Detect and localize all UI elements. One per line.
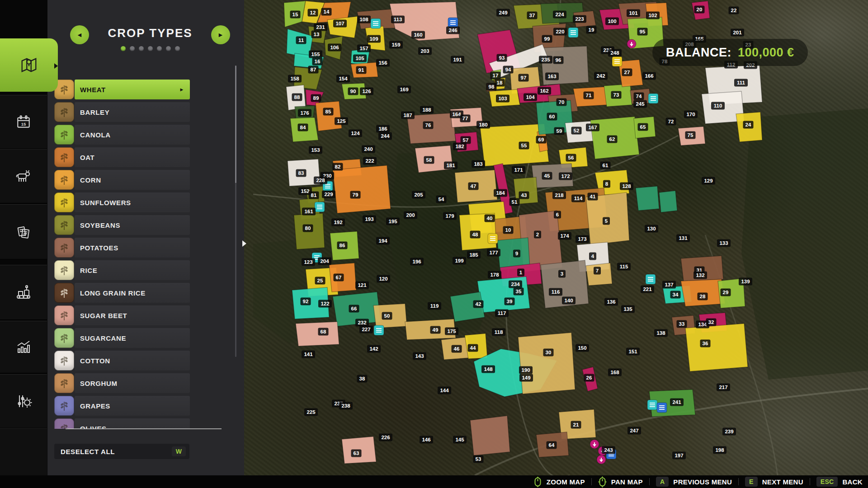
map-poi-blue-icon[interactable]	[448, 18, 458, 28]
svg-text:129: 129	[704, 178, 712, 183]
svg-text:169: 169	[400, 87, 408, 92]
field-label-249: 249	[496, 9, 510, 17]
map-poi-teal-icon[interactable]	[646, 274, 656, 284]
crop-glyph-icon	[57, 263, 71, 277]
key-hint-w: W	[172, 446, 186, 456]
svg-text:92: 92	[303, 299, 309, 304]
nav-item-settings[interactable]	[0, 374, 47, 428]
map-poi-yellow-icon[interactable]	[612, 56, 622, 66]
field-label-149: 149	[519, 374, 533, 382]
map-poi-teal-icon[interactable]	[647, 400, 657, 410]
prev-page-button[interactable]: ◄	[70, 25, 89, 44]
map-poi-teal-icon[interactable]	[315, 202, 325, 212]
hint-zoom-map[interactable]: ZOOM MAP	[533, 476, 585, 488]
svg-text:64: 64	[549, 442, 555, 448]
nav-item-statistics[interactable]	[0, 321, 47, 373]
svg-text:131: 131	[679, 235, 688, 241]
nav-item-extra[interactable]	[0, 428, 47, 476]
nav-item-animals[interactable]	[0, 149, 47, 203]
field-label-28: 28	[698, 293, 708, 300]
svg-text:102: 102	[648, 13, 657, 18]
field-polygon-36[interactable]	[685, 324, 748, 371]
field-label-71: 71	[584, 92, 594, 99]
map-poi-teal-icon[interactable]	[568, 28, 578, 38]
nav-item-production[interactable]	[0, 265, 47, 320]
field-polygon-79[interactable]	[333, 165, 391, 213]
svg-text:22: 22	[731, 8, 737, 13]
crop-item-corn[interactable]: CORN	[54, 170, 190, 190]
deselect-all-button[interactable]: DESELECT ALL W	[54, 444, 189, 459]
panel-expand-arrow[interactable]	[242, 240, 246, 247]
crop-item-canola[interactable]: CANOLA	[54, 125, 190, 145]
nav-item-map-active[interactable]	[0, 38, 58, 92]
field-polygon-54[interactable]	[659, 191, 677, 212]
page-dot-5[interactable]	[157, 46, 162, 51]
field-label-54: 54	[436, 196, 447, 203]
crop-item-olives[interactable]: OLIVES	[54, 418, 190, 429]
map-poi-pin-icon[interactable]	[590, 440, 599, 449]
hint-label: ZOOM MAP	[547, 478, 585, 486]
map-poi-pin-icon[interactable]	[627, 39, 636, 48]
svg-text:77: 77	[462, 116, 468, 121]
nav-item-contracts[interactable]	[0, 204, 47, 259]
next-page-button[interactable]: ►	[211, 25, 230, 44]
page-dot-6[interactable]	[166, 46, 171, 51]
map-poi-yellow-icon[interactable]	[488, 234, 498, 244]
page-dot-7[interactable]	[175, 46, 180, 51]
crop-item-sorghum[interactable]: SORGHUM	[54, 373, 190, 393]
svg-text:3: 3	[561, 271, 563, 277]
hint-pan-map[interactable]: PAN MAP	[598, 476, 643, 488]
crop-item-cotton[interactable]: COTTON	[54, 351, 190, 371]
nav-item-calendar[interactable]: 15	[0, 95, 47, 149]
crop-list-scrollbar[interactable]	[235, 66, 236, 357]
hint-back[interactable]: ESCBACK	[816, 477, 863, 487]
svg-text:81: 81	[311, 192, 317, 198]
crop-item-barley[interactable]: BARLEY	[54, 102, 190, 122]
field-polygon-53[interactable]	[470, 416, 510, 455]
field-label-45: 45	[542, 172, 552, 180]
svg-text:193: 193	[365, 216, 373, 222]
field-polygon-205[interactable]	[636, 186, 659, 211]
svg-text:143: 143	[415, 353, 424, 359]
crop-glyph-icon	[57, 309, 71, 322]
field-polygon-68[interactable]	[296, 322, 339, 346]
page-dot-3[interactable]	[139, 46, 144, 51]
crop-item-sugar-beet[interactable]: SUGAR BEET	[54, 305, 190, 325]
page-dot-1[interactable]	[121, 46, 126, 51]
crop-item-sugarcane[interactable]: SUGARCANE	[54, 328, 190, 348]
field-label-69: 69	[536, 136, 547, 144]
crop-item-oat[interactable]: OAT	[54, 147, 190, 167]
field-polygon-30[interactable]	[518, 333, 575, 394]
map-poi-teal-icon[interactable]	[374, 325, 384, 335]
field-label-246: 246	[446, 27, 460, 34]
map-poi-pin-icon[interactable]	[597, 455, 606, 464]
crop-item-wheat[interactable]: WHEAT►	[54, 80, 190, 99]
field-label-79: 79	[350, 191, 361, 199]
crop-item-sunflowers[interactable]: SUNFLOWERS	[54, 192, 190, 212]
map-poi-blue-icon[interactable]	[657, 403, 667, 413]
scrollbar-thumb[interactable]	[235, 66, 236, 183]
crop-item-long-grain-rice[interactable]: LONG GRAIN RICE	[54, 283, 190, 303]
field-label-38: 38	[357, 375, 368, 383]
map-poi-teal-icon[interactable]	[371, 19, 381, 28]
field-label-27: 27	[622, 69, 632, 76]
field-label-50: 50	[382, 312, 392, 320]
crop-label: SUGARCANE	[75, 328, 190, 348]
page-dot-4[interactable]	[148, 46, 153, 51]
field-label-81: 81	[309, 192, 319, 199]
hint-next-menu[interactable]: ENEXT MENU	[745, 477, 803, 487]
crop-item-soybeans[interactable]: SOYBEANS	[54, 215, 190, 235]
svg-text:42: 42	[476, 301, 481, 307]
field-polygon-85[interactable]	[316, 101, 342, 131]
svg-text:246: 246	[448, 28, 457, 33]
hint-previous-menu[interactable]: APREVIOUS MENU	[656, 477, 732, 487]
svg-text:182: 182	[455, 144, 464, 149]
svg-text:247: 247	[630, 428, 638, 433]
svg-text:238: 238	[341, 403, 350, 408]
page-dot-2[interactable]	[130, 46, 135, 51]
crop-item-grapes[interactable]: GRAPES	[54, 396, 190, 416]
map-poi-teal-icon[interactable]	[648, 94, 658, 103]
field-label-17: 17	[491, 72, 501, 80]
crop-item-potatoes[interactable]: POTATOES	[54, 238, 190, 258]
crop-item-rice[interactable]: RICE	[54, 260, 190, 280]
